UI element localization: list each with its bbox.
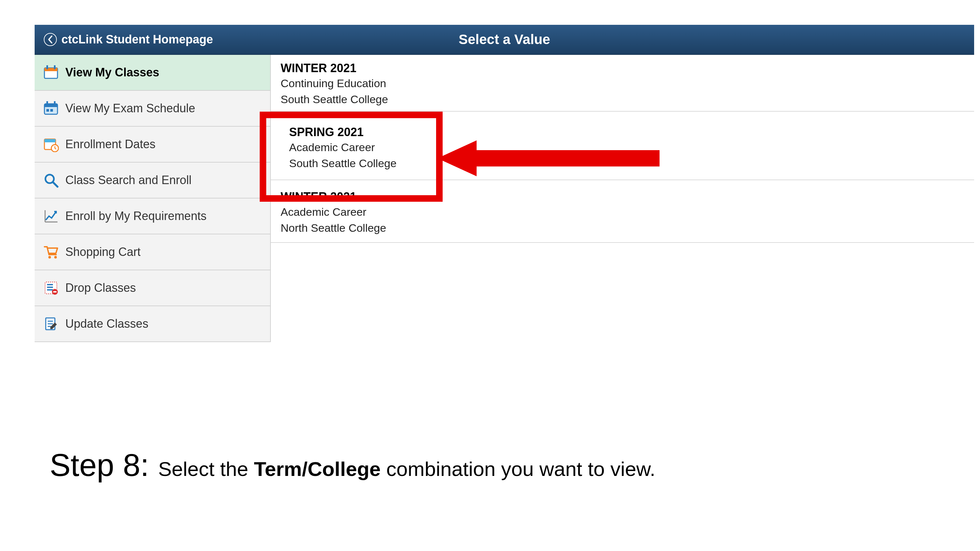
back-button[interactable]: ctcLink Student Homepage [35, 25, 213, 54]
svg-point-16 [54, 256, 57, 259]
sidebar-item-drop-classes[interactable]: Drop Classes [35, 270, 271, 306]
value-career: Academic Career [289, 141, 964, 154]
cart-icon [43, 244, 59, 260]
sidebar-item-enroll-by-my-requirements[interactable]: Enroll by My Requirements [35, 198, 271, 234]
value-college: South Seattle College [281, 93, 964, 106]
list-remove-icon [43, 280, 59, 296]
svg-rect-8 [46, 109, 49, 112]
sidebar-item-view-my-exam-schedule[interactable]: View My Exam Schedule [35, 91, 271, 127]
value-college: North Seattle College [281, 222, 964, 234]
svg-rect-3 [54, 65, 56, 69]
value-term: WINTER 2021 [281, 190, 964, 204]
svg-rect-18 [47, 284, 53, 285]
sidebar-item-label: Update Classes [65, 317, 148, 331]
sidebar-item-view-my-classes[interactable]: View My Classes [35, 55, 271, 91]
value-term: WINTER 2021 [281, 61, 964, 75]
value-career: Academic Career [281, 206, 964, 218]
svg-rect-9 [50, 109, 53, 112]
step-text: Select the Term/College combination you … [158, 457, 655, 481]
value-item[interactable]: WINTER 2021 Continuing Education South S… [271, 55, 974, 112]
chart-line-icon [43, 208, 59, 224]
header-bar: ctcLink Student Homepage Select a Value [35, 25, 974, 55]
svg-rect-7 [54, 101, 56, 105]
svg-rect-2 [46, 65, 48, 69]
sidebar-item-label: View My Exam Schedule [65, 102, 195, 115]
value-item[interactable]: WINTER 2021 Academic Career North Seattl… [271, 180, 974, 243]
search-icon [43, 172, 59, 188]
edit-doc-icon [43, 316, 59, 332]
svg-rect-11 [45, 139, 56, 142]
svg-rect-20 [47, 289, 53, 291]
sidebar-item-label: Enroll by My Requirements [65, 209, 207, 223]
instruction-caption: Step 8: Select the Term/College combinat… [50, 447, 655, 483]
sidebar-item-label: Enrollment Dates [65, 137, 156, 151]
sidebar: View My Classes View My Exam Schedule En… [35, 55, 271, 342]
calendar-icon [43, 65, 59, 80]
value-item-highlighted[interactable]: SPRING 2021 Academic Career South Seattl… [271, 112, 974, 180]
step-number: Step 8: [50, 447, 149, 483]
chevron-left-icon [44, 33, 57, 46]
value-college: South Seattle College [289, 157, 964, 170]
schedule-icon [43, 100, 59, 116]
value-term: SPRING 2021 [289, 125, 964, 139]
sidebar-item-update-classes[interactable]: Update Classes [35, 306, 271, 342]
svg-point-15 [48, 256, 51, 259]
value-career: Continuing Education [281, 77, 964, 90]
svg-rect-19 [47, 287, 53, 288]
svg-line-14 [53, 182, 57, 187]
value-list: WINTER 2021 Continuing Education South S… [271, 55, 974, 342]
sidebar-item-enrollment-dates[interactable]: Enrollment Dates [35, 127, 271, 162]
sidebar-item-label: View My Classes [65, 66, 159, 79]
sidebar-item-shopping-cart[interactable]: Shopping Cart [35, 234, 271, 270]
sidebar-item-class-search-and-enroll[interactable]: Class Search and Enroll [35, 162, 271, 198]
svg-rect-6 [46, 101, 48, 105]
sidebar-item-label: Drop Classes [65, 281, 136, 295]
back-label: ctcLink Student Homepage [61, 33, 213, 46]
sidebar-item-label: Shopping Cart [65, 245, 140, 259]
clock-calendar-icon [43, 137, 59, 152]
svg-rect-22 [53, 291, 57, 292]
sidebar-item-label: Class Search and Enroll [65, 173, 191, 187]
